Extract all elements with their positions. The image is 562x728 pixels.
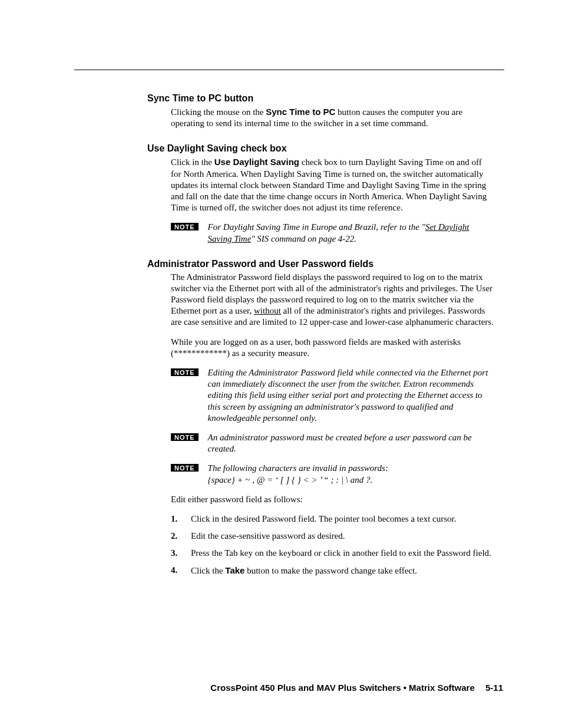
bold-use-daylight-saving: Use Daylight Saving (214, 157, 299, 167)
note-daylight: NOTE For Daylight Saving Time in Europe … (171, 222, 494, 244)
footer-page-number: 5-11 (485, 683, 503, 693)
step-number: 2. (171, 531, 191, 542)
step-text: Edit the case-sensitive password as desi… (191, 531, 345, 542)
note-badge-icon: NOTE (171, 368, 199, 376)
para-passwords-1: The Administrator Password field display… (171, 272, 494, 328)
note-text: An administrator password must be create… (208, 432, 494, 454)
heading-sync-time: Sync Time to PC button (147, 93, 494, 104)
text: " SIS command on page 4-22. (251, 234, 356, 243)
step-text: Press the Tab key on the keyboard or cli… (191, 548, 491, 559)
ordered-steps: 1. Click in the desired Password field. … (171, 513, 494, 577)
note-badge-icon: NOTE (171, 433, 199, 441)
note-text: The following characters are invalid in … (208, 463, 388, 485)
page-footer: CrossPoint 450 Plus and MAV Plus Switche… (0, 683, 562, 693)
bold-sync-time-to-pc: Sync Time to PC (266, 107, 335, 117)
text: Clicking the mouse on the (171, 107, 266, 117)
note-text: For Daylight Saving Time in Europe and B… (208, 222, 494, 244)
note-text: Editing the Administrator Password field… (208, 367, 494, 424)
list-item: 1. Click in the desired Password field. … (171, 513, 494, 525)
para-sync-time: Clicking the mouse on the Sync Time to P… (171, 106, 494, 129)
underline-without: without (254, 306, 281, 315)
note-passwords-1: NOTE Editing the Administrator Password … (171, 367, 494, 424)
heading-daylight-saving: Use Daylight Saving check box (147, 143, 494, 154)
text: Click in the (171, 157, 214, 167)
page: Sync Time to PC button Clicking the mous… (0, 0, 562, 728)
para-daylight: Click in the Use Daylight Saving check b… (171, 156, 494, 213)
note-line1: The following characters are invalid in … (208, 463, 388, 473)
step-text: Click in the desired Password field. The… (191, 513, 456, 525)
step-number: 1. (171, 513, 191, 525)
note-badge-icon: NOTE (171, 464, 199, 472)
note-passwords-3: NOTE The following characters are invali… (171, 463, 494, 485)
header-rule (74, 70, 504, 70)
list-item: 3. Press the Tab key on the keyboard or … (171, 548, 494, 559)
para-edit-password-intro: Edit either password field as follows: (171, 494, 494, 505)
para-passwords-2: While you are logged on as a user, both … (171, 337, 494, 359)
list-item: 2. Edit the case-sensitive password as d… (171, 531, 494, 542)
step-number: 4. (171, 565, 191, 577)
bold-take: Take (225, 565, 244, 575)
text: For Daylight Saving Time in Europe and B… (208, 222, 425, 232)
text: Click the (191, 566, 225, 575)
page-content: Sync Time to PC button Clicking the mous… (147, 93, 494, 583)
list-item: 4. Click the Take button to make the pas… (171, 565, 494, 577)
note-passwords-2: NOTE An administrator password must be c… (171, 432, 494, 454)
footer-title: CrossPoint 450 Plus and MAV Plus Switche… (210, 683, 474, 693)
text: button to make the password change take … (244, 566, 417, 575)
heading-passwords: Administrator Password and User Password… (147, 259, 494, 269)
step-text: Click the Take button to make the passwo… (191, 565, 417, 577)
step-number: 3. (171, 548, 191, 559)
note-line2: {space} + ~ , @ = ‘ [ ] { } < > ’ “ ; : … (208, 475, 373, 485)
note-badge-icon: NOTE (171, 223, 199, 230)
